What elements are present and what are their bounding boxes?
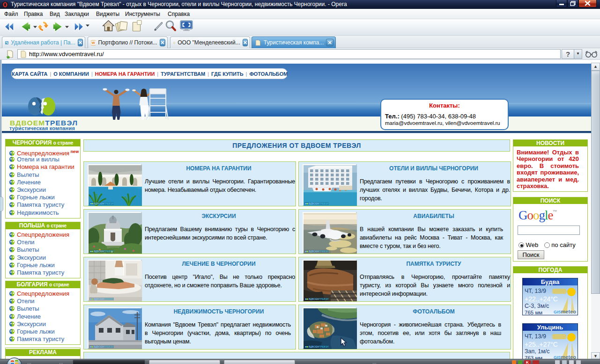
svg-text:■■ ВДВОЕМТРЕВЭЛ: ■■ ВДВОЕМТРЕВЭЛ xyxy=(90,250,114,253)
svg-text:■■ ВДВОЕМТРЕВЭЛ: ■■ ВДВОЕМТРЕВЭЛ xyxy=(90,202,114,205)
svg-text:■■ ВДВОЕМТРЕВЭЛ: ■■ ВДВОЕМТРЕВЭЛ xyxy=(90,345,114,348)
svg-text:■■ ВДВОЕМТРЕВЭЛ: ■■ ВДВОЕМТРЕВЭЛ xyxy=(305,202,329,205)
svg-text:W: W xyxy=(92,41,95,45)
svg-text:■■ ВДВОЕМТРЕВЭЛ: ■■ ВДВОЕМТРЕВЭЛ xyxy=(305,345,329,348)
svg-text:■■ ВДВОЕМТРЕВЭЛ: ■■ ВДВОЕМТРЕВЭЛ xyxy=(305,298,329,300)
svg-text:■■ ВДВОЕМТРЕВЭЛ: ■■ ВДВОЕМТРЕВЭЛ xyxy=(305,250,329,253)
svg-text:■■ ВДВОЕМТРЕВЭЛ: ■■ ВДВОЕМТРЕВЭЛ xyxy=(90,298,114,300)
